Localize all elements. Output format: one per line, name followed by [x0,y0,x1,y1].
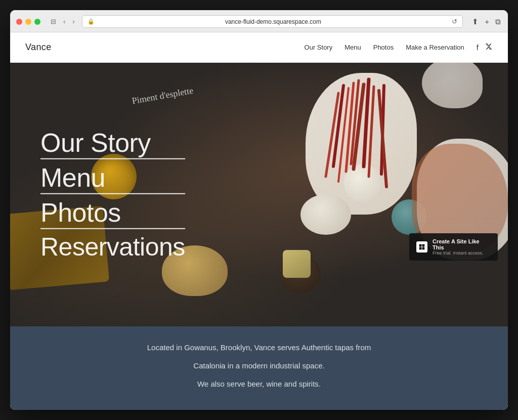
twitter-icon[interactable] [485,43,493,52]
reload-icon: ↺ [452,18,457,25]
back-button[interactable]: ‹ [61,17,67,26]
maximize-button[interactable] [34,19,40,25]
site-nav: Our Story Menu Photos Make a Reservation… [305,43,493,52]
traffic-lights [16,19,40,25]
nav-reservation[interactable]: Make a Reservation [406,44,464,51]
hero-nav-photos[interactable]: Photos [40,198,185,229]
description-line3: We also serve beer, wine and spirits. [197,378,321,390]
squarespace-text: Create A Site Like This Free trial. Inst… [433,238,491,256]
hero-section: Piment d'esplette Our Story Menu Photos … [10,63,508,326]
hero-nav-our-story[interactable]: Our Story [40,128,185,159]
nav-photos[interactable]: Photos [373,44,394,51]
svg-rect-10 [419,244,422,247]
share-button[interactable]: ⬆ [471,16,480,27]
nav-menu[interactable]: Menu [344,44,361,51]
description-line1: Located in Gowanus, Brooklyn, Vance serv… [147,342,371,354]
browser-controls: ⊟ ‹ › [49,17,77,26]
site-header: Vance Our Story Menu Photos Make a Reser… [10,32,508,63]
description-section: Located in Gowanus, Brooklyn, Vance serv… [10,326,508,410]
lock-icon: 🔒 [88,18,95,25]
address-bar[interactable]: 🔒 vance-fluid-demo.squarespace.com ↺ [82,15,463,28]
windows-button[interactable]: ⧉ [494,16,502,27]
hero-nav-menu[interactable]: Menu [40,163,185,194]
squarespace-title: Create A Site Like This [433,238,491,250]
site-content: Vance Our Story Menu Photos Make a Reser… [10,32,508,410]
svg-rect-11 [422,244,425,247]
minimize-button[interactable] [25,19,31,25]
cream-bowl [422,63,483,108]
browser-actions: ⬆ + ⧉ [471,16,502,27]
facebook-icon[interactable]: f [477,43,479,52]
social-icons: f [477,43,493,52]
new-tab-button[interactable]: + [484,16,490,27]
url-display: vance-fluid-demo.squarespace.com [98,18,449,25]
squarespace-banner[interactable]: Create A Site Like This Free trial. Inst… [409,233,498,261]
butter-container [283,250,311,278]
sidebar-toggle-button[interactable]: ⊟ [49,17,58,26]
svg-rect-12 [419,247,422,250]
squarespace-logo [416,241,427,253]
nav-our-story[interactable]: Our Story [305,44,333,51]
browser-window: ⊟ ‹ › 🔒 vance-fluid-demo.squarespace.com… [10,10,508,410]
site-logo[interactable]: Vance [25,42,52,53]
forward-button[interactable]: › [70,17,76,26]
svg-line-3 [369,87,374,177]
svg-rect-13 [422,247,425,250]
squarespace-subtitle: Free trial. Instant access. [433,250,491,256]
hero-nav-reservations[interactable]: Reservations [40,233,185,261]
browser-chrome: ⊟ ‹ › 🔒 vance-fluid-demo.squarespace.com… [10,10,508,32]
hero-navigation: Our Story Menu Photos Reservations [40,128,185,261]
description-line2: Catalonia in a modern industrial space. [193,360,324,372]
close-button[interactable] [16,19,22,25]
pepper-svg [303,75,414,212]
